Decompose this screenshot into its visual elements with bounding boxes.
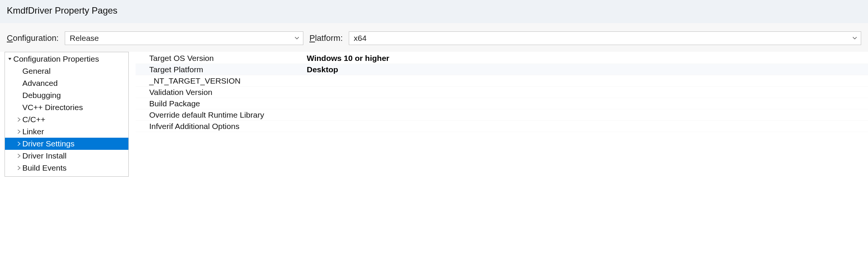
property-grid: Target OS VersionWindows 10 or higherTar… [136, 52, 868, 177]
tree-item-vc-directories[interactable]: VC++ Directories [5, 101, 128, 113]
tree-item-label: Advanced [22, 79, 58, 88]
tree-item-debugging[interactable]: Debugging [5, 89, 128, 101]
tree-item-linker[interactable]: Linker [5, 126, 128, 138]
tree-item-label: Driver Install [22, 151, 67, 160]
platform-label: Platform: [309, 33, 343, 43]
property-name: Target OS Version [136, 54, 305, 63]
caret-right-icon [16, 166, 22, 170]
caret-right-icon [16, 117, 22, 122]
property-name: Target Platform [136, 65, 305, 74]
property-row[interactable]: Target OS VersionWindows 10 or higher [136, 53, 868, 64]
property-value[interactable]: Desktop [305, 65, 868, 74]
tree-item-label: Build Events [22, 163, 67, 173]
property-name: Override default Runtime Library [136, 110, 305, 120]
tree-item-label: Driver Settings [22, 139, 75, 148]
platform-dropdown[interactable]: x64 [349, 31, 861, 45]
configuration-dropdown[interactable]: Release [65, 31, 303, 45]
window-title: KmdfDriver Property Pages [0, 0, 868, 23]
tree-item-label: Linker [22, 127, 44, 136]
property-name: Validation Version [136, 88, 305, 97]
property-row[interactable]: Target PlatformDesktop [136, 64, 868, 75]
property-value[interactable]: Windows 10 or higher [305, 54, 868, 63]
tree-item-advanced[interactable]: Advanced [5, 77, 128, 89]
tree-item-general[interactable]: General [5, 65, 128, 77]
tree-item-c-c-[interactable]: C/C++ [5, 113, 128, 126]
configuration-value: Release [70, 34, 99, 43]
property-row[interactable]: Infverif Additional Options [136, 121, 868, 132]
property-name: _NT_TARGET_VERSION [136, 76, 305, 85]
category-tree: Configuration Properties GeneralAdvanced… [5, 52, 129, 177]
platform-value: x64 [354, 34, 367, 43]
caret-right-icon [16, 154, 22, 158]
property-name: Build Package [136, 99, 305, 108]
property-row[interactable]: Build Package [136, 98, 868, 109]
tree-item-label: General [22, 67, 51, 76]
tree-item-driver-settings[interactable]: Driver Settings [5, 138, 128, 150]
caret-right-icon [16, 141, 22, 146]
tree-item-label: Debugging [22, 91, 61, 100]
tree-item-driver-install[interactable]: Driver Install [5, 150, 128, 162]
configuration-label: Configuration: [7, 33, 59, 43]
caret-down-icon [6, 57, 13, 61]
tree-item-label: Configuration Properties [13, 54, 99, 64]
tree-root-configuration-properties[interactable]: Configuration Properties [5, 53, 128, 65]
tree-item-label: C/C++ [22, 115, 45, 124]
caret-right-icon [16, 129, 22, 134]
property-row[interactable]: Validation Version [136, 87, 868, 98]
content-area: Configuration Properties GeneralAdvanced… [0, 52, 868, 177]
tree-item-build-events[interactable]: Build Events [5, 162, 128, 174]
property-row[interactable]: Override default Runtime Library [136, 109, 868, 121]
tree-item-label: VC++ Directories [22, 103, 83, 112]
property-name: Infverif Additional Options [136, 122, 305, 131]
toolbar: Configuration: Release Platform: x64 [0, 23, 868, 52]
chevron-down-icon [852, 35, 858, 41]
chevron-down-icon [294, 35, 300, 41]
property-row[interactable]: _NT_TARGET_VERSION [136, 75, 868, 87]
